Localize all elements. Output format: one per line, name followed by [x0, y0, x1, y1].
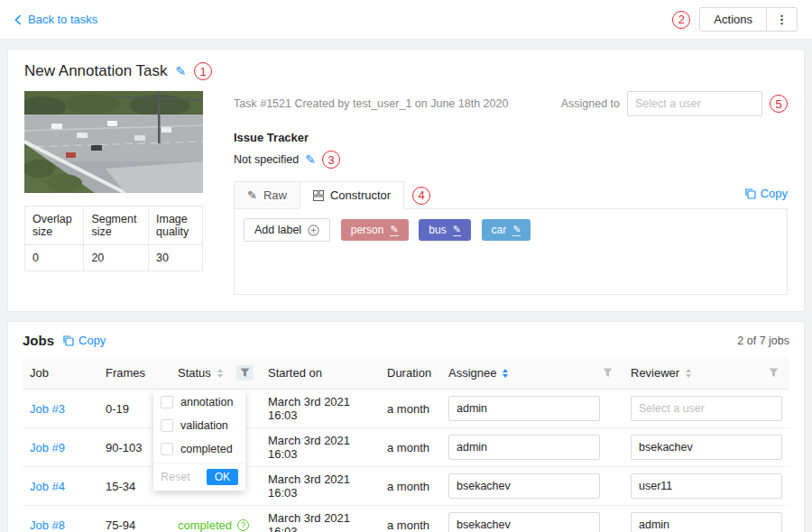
job-link[interactable]: Job #4	[30, 480, 65, 493]
col-started: Started on	[261, 357, 380, 390]
copy-icon	[62, 335, 74, 346]
top-bar: Back to tasks 2 Actions ⋮	[0, 0, 812, 40]
param-header-overlap: Overlap size	[25, 206, 84, 245]
col-status[interactable]: Status	[171, 357, 261, 390]
label-badge-person[interactable]: person ✎	[341, 219, 409, 241]
labels-constructor-panel: Add label person ✎ bus ✎ car	[234, 208, 788, 295]
label-name-person: person	[351, 224, 384, 236]
param-value-overlap: 0	[25, 245, 84, 271]
copy-label: Copy	[761, 187, 788, 200]
add-label-plus-icon	[308, 225, 319, 236]
reviewer-input[interactable]	[631, 396, 782, 421]
reviewer-filter-icon[interactable]	[765, 365, 782, 381]
table-row: Job #3 0-19 March 3rd 2021 16:03 a month	[23, 390, 789, 428]
duration-cell: a month	[380, 506, 441, 532]
tab-raw-label: Raw	[263, 188, 287, 202]
task-thumbnail	[24, 91, 203, 193]
started-cell: March 3rd 2021 16:03	[261, 467, 380, 506]
job-link[interactable]: Job #9	[30, 441, 65, 454]
started-cell: March 3rd 2021 16:03	[261, 390, 380, 428]
label-edit-icon-car[interactable]: ✎	[512, 224, 521, 236]
reviewer-input[interactable]	[631, 512, 782, 532]
col-frames: Frames	[98, 357, 171, 390]
issue-tracker-edit-icon[interactable]: ✎	[305, 152, 316, 167]
duration-cell: a month	[380, 428, 441, 467]
more-icon[interactable]: ⋮	[766, 8, 797, 31]
filter-option-label: annotation	[180, 396, 233, 408]
jobs-copy-link[interactable]: Copy	[62, 334, 106, 347]
back-to-tasks-link[interactable]: Back to tasks	[14, 13, 97, 26]
label-edit-icon-bus[interactable]: ✎	[453, 224, 461, 236]
param-header-segment: Segment size	[84, 206, 149, 245]
assignee-input[interactable]	[448, 396, 600, 421]
table-row: Job #4 15-34 March 3rd 2021 16:03 a mont…	[23, 467, 789, 506]
task-meta: Task #1521 Created by test_user_1 on Jun…	[234, 97, 508, 110]
frames-cell: 75-94	[98, 506, 171, 532]
filter-reset-button[interactable]: Reset	[161, 471, 190, 483]
col-job: Job	[23, 357, 98, 390]
label-edit-icon-person[interactable]: ✎	[390, 224, 398, 236]
callout-4: 4	[412, 187, 430, 205]
col-assignee-label: Assignee	[448, 366, 496, 380]
checkbox[interactable]	[161, 396, 173, 408]
col-duration: Duration	[380, 357, 441, 390]
assigned-to-label: Assigned to	[561, 97, 620, 110]
col-reviewer-label: Reviewer	[631, 366, 679, 380]
add-label-button[interactable]: Add label	[244, 218, 330, 242]
add-label-text: Add label	[254, 224, 301, 236]
table-row: Job #8 75-94 completed ? March 3rd 2021 …	[23, 506, 789, 532]
label-name-bus: bus	[429, 224, 446, 236]
labels-copy-link[interactable]: Copy	[744, 187, 788, 204]
table-row: Job #9 90-103 March 3rd 2021 16:03 a mon…	[23, 428, 789, 467]
status-cell: completed ?	[171, 506, 261, 532]
help-icon[interactable]: ?	[237, 519, 249, 531]
assigned-to-input[interactable]	[627, 91, 762, 116]
status-text: completed	[178, 518, 232, 532]
title-edit-icon[interactable]: ✎	[175, 64, 186, 78]
jobs-count: 2 of 7 jobs	[737, 335, 789, 347]
constructor-icon	[313, 190, 324, 201]
reviewer-input[interactable]	[631, 473, 782, 499]
filter-option-completed[interactable]: completed	[153, 437, 245, 461]
col-reviewer[interactable]: Reviewer	[623, 357, 789, 390]
filter-option-label: completed	[180, 443, 233, 455]
reviewer-sort-icon[interactable]	[686, 369, 691, 378]
raw-pencil-icon: ✎	[247, 188, 257, 202]
assignee-sort-icon[interactable]	[503, 369, 508, 378]
status-filter-dropdown: annotation validation completed Reset OK	[153, 390, 245, 491]
callout-2: 2	[672, 11, 690, 29]
label-badge-bus[interactable]: bus ✎	[419, 219, 471, 241]
tab-constructor[interactable]: Constructor	[300, 181, 404, 209]
jobs-header-row: Job Frames Status Started on Duration	[23, 357, 789, 390]
filter-ok-button[interactable]: OK	[207, 469, 238, 485]
task-title: New Annotation Task	[24, 62, 167, 80]
copy-icon	[744, 188, 756, 199]
status-sort-icon[interactable]	[217, 369, 223, 378]
callout-3: 3	[322, 151, 340, 169]
status-filter-icon[interactable]	[236, 365, 254, 381]
jobs-copy-label: Copy	[78, 334, 106, 347]
duration-cell: a month	[380, 390, 441, 428]
filter-option-annotation[interactable]: annotation	[153, 390, 245, 414]
tab-constructor-label: Constructor	[330, 188, 391, 202]
job-link[interactable]: Job #8	[30, 518, 65, 532]
checkbox[interactable]	[161, 419, 173, 432]
job-link[interactable]: Job #3	[30, 402, 65, 416]
param-header-quality: Image quality	[149, 206, 203, 245]
col-assignee[interactable]: Assignee	[441, 357, 623, 390]
tab-raw[interactable]: ✎ Raw	[234, 181, 300, 209]
checkbox[interactable]	[161, 443, 173, 455]
reviewer-input[interactable]	[631, 435, 782, 460]
filter-option-validation[interactable]: validation	[153, 414, 245, 437]
assignee-filter-icon[interactable]	[599, 365, 616, 381]
assignee-input[interactable]	[448, 512, 600, 532]
jobs-table: Job Frames Status Started on Duration	[23, 357, 789, 532]
jobs-title: Jobs	[23, 333, 54, 348]
actions-button[interactable]: Actions ⋮	[699, 7, 798, 32]
assignee-input[interactable]	[448, 435, 600, 460]
task-params-table: Overlap size Segment size Image quality …	[24, 206, 203, 271]
jobs-card: Jobs Copy 2 of 7 jobs Job Frames Status	[7, 321, 805, 532]
assignee-input[interactable]	[448, 473, 600, 499]
label-badge-car[interactable]: car ✎	[482, 219, 531, 241]
back-chevron-icon	[14, 14, 22, 25]
